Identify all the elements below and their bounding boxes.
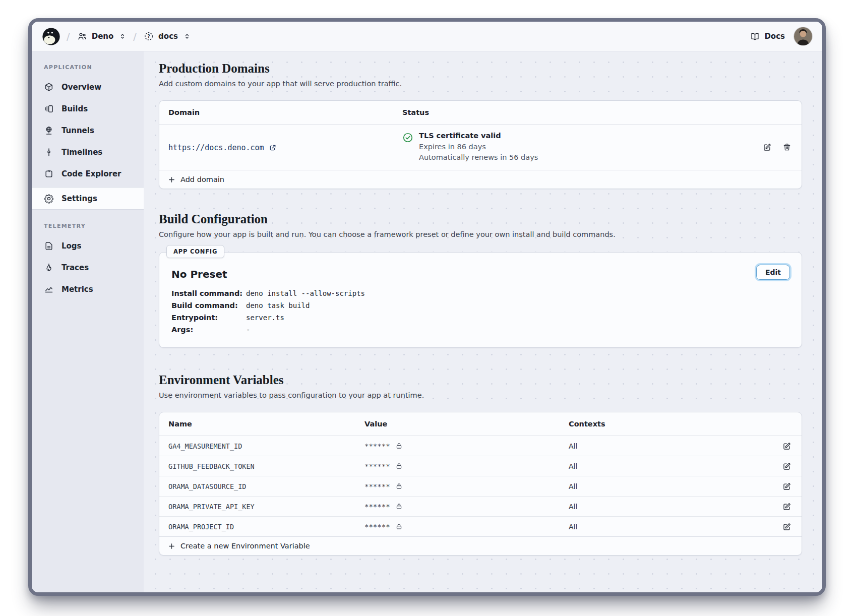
metrics-trend-icon (44, 284, 54, 294)
pencil-icon (782, 522, 791, 531)
app-switcher[interactable]: ? docs (143, 29, 192, 43)
book-icon (750, 32, 760, 41)
sidebar-item-settings[interactable]: Settings (32, 188, 144, 209)
pencil-icon (782, 482, 791, 491)
topbar: / Deno / ? docs Docs (32, 22, 822, 51)
edit-domain-button[interactable] (762, 142, 773, 153)
sidebar-item-label: Traces (62, 263, 89, 272)
sidebar-section-telemetry: TELEMETRY (32, 216, 144, 235)
domains-table-header: Domain Status (159, 101, 802, 125)
org-switcher[interactable]: Deno (76, 29, 128, 43)
edit-env-var-button[interactable] (781, 481, 792, 492)
lock-icon (395, 482, 403, 490)
env-var-contexts: All (569, 523, 764, 531)
env-var-masked-value: ****** (364, 442, 390, 450)
tunnels-globe-icon (44, 126, 54, 136)
lock-icon (395, 523, 403, 530)
trash-icon (782, 143, 791, 152)
chevron-updown-icon (119, 33, 126, 40)
tls-status-title: TLS certificate valid (419, 132, 538, 140)
sidebar-section-application: APPLICATION (32, 57, 144, 76)
sidebar-item-label: Builds (62, 104, 88, 113)
pencil-icon (782, 502, 791, 511)
svg-text:?: ? (148, 34, 150, 39)
external-link-icon (269, 144, 277, 152)
create-env-var-label: Create a new Environment Variable (180, 542, 310, 550)
build-command-value: deno task build (246, 301, 789, 310)
sidebar-item-overview[interactable]: Overview (32, 76, 144, 98)
create-env-var-button[interactable]: Create a new Environment Variable (159, 537, 802, 555)
organization-icon (77, 31, 87, 41)
env-var-name: ORAMA_PRIVATE_API_KEY (168, 503, 364, 511)
settings-page: Production Domains Add custom domains to… (144, 51, 822, 592)
args-value: - (246, 326, 789, 334)
env-var-name: ORAMA_PROJECT_ID (168, 523, 364, 531)
check-circle-icon (402, 132, 413, 143)
env-var-masked-value: ****** (364, 462, 390, 470)
column-header-name: Name (168, 420, 364, 428)
app-name: docs (158, 32, 178, 41)
entrypoint-value: server.ts (246, 314, 789, 322)
sidebar-item-timelines[interactable]: Timelines (32, 141, 144, 163)
sidebar-item-code-explorer[interactable]: Code Explorer (32, 163, 144, 184)
org-name: Deno (92, 32, 114, 41)
domain-url: https://docs.deno.com (168, 143, 264, 152)
docs-link[interactable]: Docs (750, 32, 785, 41)
user-avatar[interactable] (794, 27, 812, 45)
deno-logo-icon[interactable] (42, 27, 60, 46)
edit-env-var-button[interactable] (781, 441, 792, 452)
app-config-panel: APP CONFIG Edit No Preset Install comman… (159, 252, 802, 348)
app-config-legend: APP CONFIG (166, 245, 224, 258)
env-vars-table: Name Value Contexts GA4_MEASUREMENT_ID *… (159, 412, 802, 556)
app-body: APPLICATION Overview Builds Tunnels Time… (32, 51, 822, 592)
sidebar-item-builds[interactable]: Builds (32, 98, 144, 119)
logs-file-icon (44, 241, 54, 251)
edit-env-var-button[interactable] (781, 461, 792, 472)
sidebar-item-logs[interactable]: Logs (32, 235, 144, 257)
docs-link-label: Docs (764, 32, 785, 41)
tls-expires-text: Expires in 86 days (419, 142, 538, 152)
timeline-icon (44, 147, 54, 157)
column-header-value: Value (364, 420, 569, 428)
sidebar-item-label: Overview (62, 83, 101, 92)
env-var-contexts: All (569, 482, 764, 490)
env-table-header: Name Value Contexts (159, 412, 802, 436)
lock-icon (395, 503, 403, 510)
edit-build-config-button[interactable]: Edit (756, 265, 790, 280)
env-var-name: ORAMA_DATASOURCE_ID (168, 482, 364, 490)
sidebar-item-label: Metrics (62, 285, 93, 294)
build-config-fields: Install command: deno install --allow-sc… (171, 289, 789, 334)
preset-name: No Preset (171, 268, 789, 280)
breadcrumb-separator: / (133, 30, 137, 42)
edit-env-var-button[interactable] (781, 501, 792, 512)
env-var-contexts: All (569, 442, 764, 450)
install-command-value: deno install --allow-scripts (246, 289, 789, 297)
edit-env-var-button[interactable] (781, 521, 792, 532)
sidebar-item-traces[interactable]: Traces (32, 257, 144, 278)
delete-domain-button[interactable] (781, 142, 792, 153)
pencil-icon (782, 462, 791, 471)
lock-icon (395, 462, 403, 470)
plus-icon (168, 542, 175, 550)
env-var-row: GA4_MEASUREMENT_ID ****** All (159, 436, 802, 456)
domain-link[interactable]: https://docs.deno.com (168, 143, 277, 152)
add-domain-button[interactable]: Add domain (159, 170, 802, 189)
tls-status: TLS certificate valid Expires in 86 days… (402, 132, 732, 163)
env-var-row: ORAMA_PRIVATE_API_KEY ****** All (159, 497, 802, 517)
env-var-row: ORAMA_PROJECT_ID ****** All (159, 517, 802, 537)
entrypoint-label: Entrypoint: (171, 314, 246, 322)
pencil-icon (763, 143, 772, 152)
column-header-domain: Domain (168, 108, 402, 116)
app-window: / Deno / ? docs Docs APPLICATION Overvie… (28, 18, 826, 596)
plus-icon (168, 176, 175, 183)
production-domains-section: Production Domains Add custom domains to… (159, 61, 802, 189)
domains-table: Domain Status https://docs.deno.com (159, 100, 802, 189)
chevron-updown-icon (184, 33, 191, 40)
sidebar-item-label: Timelines (62, 148, 102, 157)
sidebar-item-metrics[interactable]: Metrics (32, 278, 144, 300)
tls-renews-text: Automatically renews in 56 days (419, 152, 538, 163)
sidebar-item-tunnels[interactable]: Tunnels (32, 119, 144, 141)
sidebar-item-label: Tunnels (62, 126, 94, 135)
env-var-masked-value: ****** (364, 482, 390, 490)
args-label: Args: (171, 326, 246, 334)
